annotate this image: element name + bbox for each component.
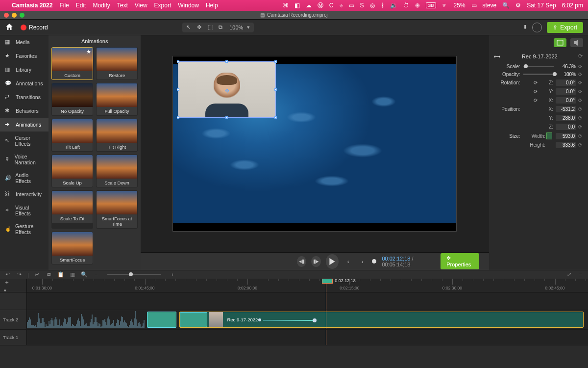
timeline-menu-button[interactable]: ≡ [577, 272, 584, 278]
expand-icon[interactable]: ⟷ [494, 54, 500, 59]
crop-tool-icon[interactable]: ⬚ [208, 24, 215, 31]
keyframe-dot[interactable] [258, 318, 261, 321]
time-ruler[interactable]: 0:02:12;18 0:01:30;000:01:45;000:02:00;0… [27, 279, 588, 292]
zoom-out-button[interactable]: − [93, 272, 99, 278]
undo-button[interactable]: ↶ [4, 272, 11, 278]
status-icon[interactable]: Ⓜ [318, 1, 323, 10]
kbd-icon[interactable]: GB [426, 2, 436, 8]
pos-x-value[interactable]: -531.2 [556, 106, 576, 112]
clip-segment[interactable] [147, 312, 176, 328]
track-1-body[interactable] [27, 330, 588, 345]
next-clip-button[interactable]: ▮▸ [311, 256, 320, 267]
rail-item-gesture-effects[interactable]: ☝Gesture Effects [0, 220, 49, 238]
rail-item-behaviors[interactable]: ✱Behaviors [0, 104, 49, 118]
rail-item-media[interactable]: ▦Media [0, 35, 49, 49]
step-back-button[interactable]: ‹ [343, 256, 353, 267]
rail-item-library[interactable]: ▥Library [0, 63, 49, 77]
rotation-x-value[interactable]: 0.0° [556, 97, 576, 104]
track-options-button[interactable]: ▾ [4, 288, 26, 293]
properties-button[interactable]: ✲ Properties [441, 253, 479, 269]
reset-button[interactable]: ⟳ [578, 64, 583, 69]
reset-button[interactable]: ⟳ [578, 80, 583, 85]
reset-button[interactable]: ⟳ [578, 106, 583, 112]
status-icon[interactable]: S [360, 2, 364, 9]
reset-button[interactable]: ⟳ [578, 98, 583, 103]
add-track-button[interactable]: ＋ [4, 278, 26, 287]
playhead[interactable]: 0:02:12;18 [326, 279, 326, 292]
close-window-button[interactable] [4, 13, 9, 18]
split-button[interactable]: ▥ [69, 272, 76, 278]
magnet-tool-icon[interactable]: ⧉ [219, 24, 225, 31]
app-menu[interactable]: Camtasia 2022 [12, 2, 52, 9]
visual-properties-tab[interactable] [554, 38, 566, 47]
time-label[interactable]: 6:02 pm [562, 2, 583, 9]
control-center-icon[interactable]: ⚙ [515, 2, 521, 9]
anim-tile-full-opacity[interactable]: Full Opacity [96, 83, 138, 116]
reset-button[interactable]: ⟳ [578, 89, 583, 94]
anim-tile-tilt-right[interactable]: Tilt Right [96, 119, 138, 152]
audio-properties-tab[interactable] [570, 38, 583, 47]
rotate-z-dial[interactable]: ⟳ [534, 80, 538, 85]
resize-handle[interactable] [274, 116, 277, 119]
record-button[interactable]: Record [21, 24, 48, 31]
height-value[interactable]: 333.6 [556, 142, 576, 148]
pos-y-value[interactable]: 288.0 [556, 115, 576, 121]
rail-item-voice-narration[interactable]: 🎙Voice Narration [0, 150, 49, 169]
export-button[interactable]: ⇪ Export [547, 22, 583, 33]
menu-help[interactable]: Help [206, 2, 218, 9]
zoom-in-button[interactable]: + [169, 272, 176, 278]
anim-tile-smartfocus[interactable]: SmartFocus [51, 232, 93, 264]
prev-clip-button[interactable]: ◂▮ [297, 256, 306, 267]
main-clip[interactable]: Rec 9-17-2022 [179, 312, 583, 328]
detach-timeline-button[interactable]: ⤢ [565, 272, 572, 278]
menu-edit[interactable]: Edit [76, 2, 86, 9]
status-icon[interactable]: ⟐ [340, 2, 343, 9]
anim-tile-smartfocus-at-time[interactable]: SmartFocus at Time [96, 190, 138, 229]
hand-tool-icon[interactable]: ✥ [197, 24, 204, 31]
reset-button[interactable]: ⟳ [578, 133, 583, 139]
resize-handle[interactable] [177, 60, 179, 63]
reset-button[interactable]: ⟳ [578, 124, 583, 130]
rotate-x-dial[interactable]: ⟳ [534, 98, 538, 103]
battery-icon[interactable]: ▭ [471, 2, 477, 9]
account-avatar[interactable] [532, 23, 542, 32]
rail-item-audio-effects[interactable]: 🔊Audio Effects [0, 169, 49, 187]
cut-button[interactable]: ✂ [34, 272, 41, 278]
download-button[interactable]: ⬇ [523, 24, 527, 30]
bluetooth-icon[interactable]: ᚼ [381, 2, 384, 9]
timeline-zoom-slider[interactable] [107, 274, 161, 275]
move-handle-icon[interactable]: ✥ [225, 88, 229, 94]
resize-handle[interactable] [274, 60, 277, 63]
animation-arrow[interactable] [263, 320, 315, 321]
menu-view[interactable]: View [135, 2, 147, 9]
opacity-slider[interactable] [523, 74, 554, 75]
status-icon[interactable]: ☁ [306, 2, 312, 9]
anim-tile-tilt-left[interactable]: Tilt Left [51, 119, 93, 152]
anim-tile-custom[interactable]: ★Custom [51, 47, 93, 80]
rail-item-visual-effects[interactable]: ✧Visual Effects [0, 201, 49, 220]
resize-handle[interactable] [177, 116, 179, 119]
rail-item-annotations[interactable]: 💬Annotations [0, 77, 49, 90]
rail-item-favorites[interactable]: ★Favorites [0, 49, 49, 63]
paste-button[interactable]: 📋 [57, 272, 64, 278]
play-button[interactable] [326, 254, 339, 269]
status-icon[interactable]: ◧ [294, 2, 300, 9]
playhead-handle[interactable] [322, 279, 333, 284]
zoom-fit-button[interactable]: 🔍 [81, 272, 88, 278]
resize-handle[interactable] [177, 88, 179, 91]
width-value[interactable]: 593.0 [556, 133, 576, 139]
pos-z-value[interactable]: 0.0 [556, 124, 576, 130]
zoom-window-button[interactable] [20, 13, 24, 18]
wifi-icon[interactable]: ᯤ [442, 2, 448, 9]
menu-export[interactable]: Export [154, 2, 172, 9]
menu-file[interactable]: File [59, 2, 69, 9]
track-2-body[interactable]: Rec 9-17-2022 [27, 310, 588, 329]
cursor-tool-icon[interactable]: ↖ [186, 24, 193, 31]
anim-tile-scale-to-fit[interactable]: Scale To Fit [51, 190, 93, 229]
menu-text[interactable]: Text [117, 2, 128, 9]
lock-aspect-button[interactable] [546, 132, 552, 139]
anim-tile-scale-down[interactable]: Scale Down [96, 155, 138, 187]
track-2-header[interactable]: Track 2 [0, 310, 27, 329]
anim-tile-scale-up[interactable]: Scale Up [51, 155, 93, 187]
volume-icon[interactable]: 🔉 [390, 2, 397, 9]
